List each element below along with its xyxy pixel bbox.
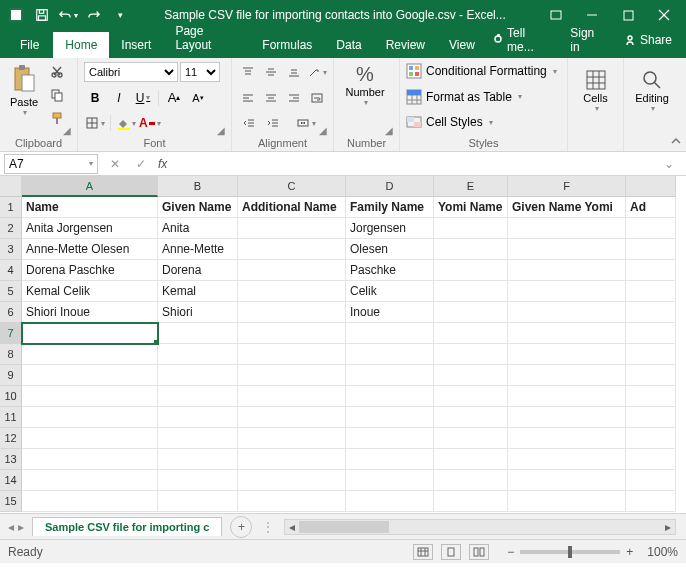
worksheet-grid[interactable]: ABCDEF 1NameGiven NameAdditional NameFam… <box>0 176 686 513</box>
scroll-thumb[interactable] <box>299 521 389 533</box>
decrease-font-button[interactable]: A▾ <box>187 88 209 108</box>
cell-11-A[interactable] <box>22 407 158 428</box>
cell-2-partial[interactable] <box>626 218 676 239</box>
cell-12-C[interactable] <box>238 428 346 449</box>
name-box[interactable]: A7▾ <box>4 154 98 174</box>
row-header-10[interactable]: 10 <box>0 386 22 407</box>
cell-1-partial[interactable]: Ad <box>626 197 676 218</box>
decrease-indent-button[interactable] <box>238 113 260 133</box>
cell-1-A[interactable]: Name <box>22 197 158 218</box>
cell-3-C[interactable] <box>238 239 346 260</box>
redo-button[interactable] <box>82 3 106 27</box>
cell-12-B[interactable] <box>158 428 238 449</box>
cell-1-C[interactable]: Additional Name <box>238 197 346 218</box>
clipboard-launcher[interactable]: ◢ <box>63 125 75 137</box>
cell-5-D[interactable]: Celik <box>346 281 434 302</box>
col-header-A[interactable]: A <box>22 176 158 197</box>
cell-10-C[interactable] <box>238 386 346 407</box>
cell-3-D[interactable]: Olesen <box>346 239 434 260</box>
cell-8-A[interactable] <box>22 344 158 365</box>
share-button[interactable]: Share <box>618 29 678 51</box>
cell-7-A[interactable] <box>22 323 158 344</box>
cell-9-E[interactable] <box>434 365 508 386</box>
cell-8-D[interactable] <box>346 344 434 365</box>
cell-8-E[interactable] <box>434 344 508 365</box>
conditional-formatting-button[interactable]: Conditional Formatting▾ <box>406 63 561 79</box>
scroll-left-button[interactable]: ◂ <box>285 520 299 534</box>
cell-11-F[interactable] <box>508 407 626 428</box>
cell-2-A[interactable]: Anita Jorgensen <box>22 218 158 239</box>
cell-6-B[interactable]: Shiori <box>158 302 238 323</box>
row-header-14[interactable]: 14 <box>0 470 22 491</box>
row-header-3[interactable]: 3 <box>0 239 22 260</box>
col-header-B[interactable]: B <box>158 176 238 197</box>
cell-12-A[interactable] <box>22 428 158 449</box>
cell-9-A[interactable] <box>22 365 158 386</box>
cell-13-D[interactable] <box>346 449 434 470</box>
cell-6-E[interactable] <box>434 302 508 323</box>
collapse-ribbon-button[interactable] <box>670 135 684 149</box>
sign-in-button[interactable]: Sign in <box>564 22 608 58</box>
cell-6-partial[interactable] <box>626 302 676 323</box>
tab-view[interactable]: View <box>437 32 487 58</box>
cell-5-F[interactable] <box>508 281 626 302</box>
cell-15-A[interactable] <box>22 491 158 512</box>
cell-7-B[interactable] <box>158 323 238 344</box>
zoom-in-button[interactable]: + <box>626 545 633 559</box>
row-header-4[interactable]: 4 <box>0 260 22 281</box>
cell-9-F[interactable] <box>508 365 626 386</box>
increase-indent-button[interactable] <box>262 113 284 133</box>
cell-6-C[interactable] <box>238 302 346 323</box>
cell-4-C[interactable] <box>238 260 346 281</box>
tab-data[interactable]: Data <box>324 32 373 58</box>
cell-6-D[interactable]: Inoue <box>346 302 434 323</box>
cell-12-partial[interactable] <box>626 428 676 449</box>
col-header-D[interactable]: D <box>346 176 434 197</box>
cell-11-B[interactable] <box>158 407 238 428</box>
wrap-text-button[interactable] <box>306 88 327 108</box>
cell-9-C[interactable] <box>238 365 346 386</box>
cell-9-D[interactable] <box>346 365 434 386</box>
col-header-E[interactable]: E <box>434 176 508 197</box>
cell-2-D[interactable]: Jorgensen <box>346 218 434 239</box>
cells-button[interactable]: Cells▾ <box>574 60 617 120</box>
cell-14-D[interactable] <box>346 470 434 491</box>
tab-review[interactable]: Review <box>374 32 437 58</box>
cell-3-E[interactable] <box>434 239 508 260</box>
align-bottom-button[interactable] <box>284 62 305 82</box>
view-page-break-button[interactable] <box>469 544 489 560</box>
cut-button[interactable] <box>46 62 68 82</box>
align-top-button[interactable] <box>238 62 259 82</box>
cell-5-B[interactable]: Kemal <box>158 281 238 302</box>
tab-file[interactable]: File <box>6 32 53 58</box>
cell-4-F[interactable] <box>508 260 626 281</box>
paste-button[interactable]: Paste ▾ <box>6 62 42 130</box>
save-button[interactable] <box>30 3 54 27</box>
cell-13-C[interactable] <box>238 449 346 470</box>
cell-3-F[interactable] <box>508 239 626 260</box>
cell-4-A[interactable]: Dorena Paschke <box>22 260 158 281</box>
alignment-launcher[interactable]: ◢ <box>319 125 331 137</box>
fx-icon[interactable]: fx <box>158 157 167 171</box>
row-header-1[interactable]: 1 <box>0 197 22 218</box>
cell-15-B[interactable] <box>158 491 238 512</box>
cell-7-D[interactable] <box>346 323 434 344</box>
cell-5-partial[interactable] <box>626 281 676 302</box>
cell-1-F[interactable]: Given Name Yomi <box>508 197 626 218</box>
cell-styles-button[interactable]: Cell Styles▾ <box>406 114 561 130</box>
row-header-2[interactable]: 2 <box>0 218 22 239</box>
cell-6-F[interactable] <box>508 302 626 323</box>
cell-11-partial[interactable] <box>626 407 676 428</box>
cell-2-C[interactable] <box>238 218 346 239</box>
cell-11-C[interactable] <box>238 407 346 428</box>
cell-7-partial[interactable] <box>626 323 676 344</box>
row-header-5[interactable]: 5 <box>0 281 22 302</box>
cell-15-C[interactable] <box>238 491 346 512</box>
sheet-nav-next[interactable]: ▸ <box>18 520 24 534</box>
tab-insert[interactable]: Insert <box>109 32 163 58</box>
sheet-tab-active[interactable]: Sample CSV file for importing c <box>32 517 222 536</box>
cell-11-E[interactable] <box>434 407 508 428</box>
cell-8-partial[interactable] <box>626 344 676 365</box>
cell-4-partial[interactable] <box>626 260 676 281</box>
zoom-level[interactable]: 100% <box>647 545 678 559</box>
